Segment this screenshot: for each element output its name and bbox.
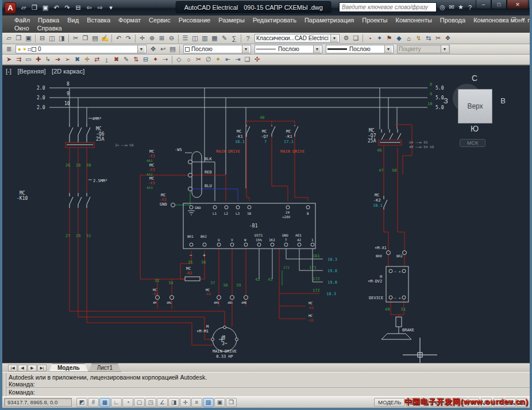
lineweight-dropdown[interactable]: Послою ▼ xyxy=(326,45,394,53)
open-icon[interactable]: ❒ xyxy=(14,34,24,43)
dropdown-arrow-icon[interactable]: ▼ xyxy=(330,34,338,42)
paste-icon[interactable]: ▤ xyxy=(90,34,100,43)
compass-south[interactable]: Ю xyxy=(445,124,504,133)
menu-wires[interactable]: Провода xyxy=(436,17,469,24)
tab-nav-icon[interactable]: ▶ xyxy=(28,365,37,372)
menu-components[interactable]: Компоненты xyxy=(391,17,435,24)
matchprops-icon[interactable]: ✍ xyxy=(100,34,110,43)
toggle-otrack[interactable]: ∠ xyxy=(157,398,168,407)
ace-gap-icon[interactable]: ∅ xyxy=(203,55,213,64)
app-logo-icon[interactable]: A xyxy=(5,2,16,14)
wire-blue[interactable] xyxy=(190,189,238,201)
dropdown-arrow-icon[interactable]: ▼ xyxy=(384,45,392,53)
properties-icon[interactable]: ☰ xyxy=(180,34,190,43)
ace-source-arrow-icon[interactable]: ➔ xyxy=(53,55,63,64)
ace-panel-icon[interactable]: ⌂ xyxy=(404,34,414,43)
crosshair-cursor[interactable] xyxy=(403,338,437,363)
make-layer-current-icon[interactable]: ✥ xyxy=(148,45,158,54)
ace-dest-arrow-icon[interactable]: ➢ xyxy=(63,55,72,64)
ic-communication-icon[interactable]: ✉ xyxy=(447,3,456,12)
workspace-save-icon[interactable]: ❏ xyxy=(351,34,361,43)
layer-on-icon[interactable]: ● xyxy=(18,47,21,52)
menu-modify[interactable]: Редактировать xyxy=(249,17,300,24)
compass-north[interactable]: С xyxy=(445,74,504,83)
qat-redo-icon[interactable]: ↷ xyxy=(62,3,72,13)
dropdown-arrow-icon[interactable]: ▼ xyxy=(137,45,145,53)
toggle-dynamic-ucs[interactable]: ◨ xyxy=(168,398,179,407)
ace-move-icon[interactable]: ✛ xyxy=(82,55,92,64)
ace-dwg-props-icon[interactable]: ❏ xyxy=(242,55,252,64)
ic-help-icon[interactable]: ? xyxy=(465,3,475,12)
workspace-settings-icon[interactable]: ⚙ xyxy=(341,34,351,43)
ace-multiple-bus-icon[interactable]: ⇉ xyxy=(14,55,24,64)
ace-retag-icon[interactable]: ⊟ xyxy=(141,55,151,64)
menu-projects[interactable]: Проекты xyxy=(358,17,391,24)
qat-menu-chevron-icon[interactable]: ▾ xyxy=(106,3,116,13)
tab-nav-icon[interactable]: |◀ xyxy=(8,365,17,372)
menu-insert[interactable]: Вставка xyxy=(83,17,114,24)
qat-undo-icon[interactable]: ↶ xyxy=(51,3,61,13)
menu-view[interactable]: Вид xyxy=(63,17,83,24)
view-compass[interactable]: Верх С Ю З В МСК xyxy=(445,75,504,147)
menu-file[interactable]: Файл xyxy=(10,17,34,24)
layer-previous-icon[interactable]: ↩ xyxy=(158,45,168,54)
infocenter-search-input[interactable] xyxy=(339,2,437,12)
qat-forward-icon[interactable]: ⇨ xyxy=(95,3,105,13)
close-button[interactable]: ✕ xyxy=(507,0,529,9)
ace-trim-wire-icon[interactable]: ✂ xyxy=(194,55,203,64)
toggle-dynamic-input[interactable]: ✛ xyxy=(180,398,191,407)
ace-leader-icon[interactable]: ↳ xyxy=(43,55,53,64)
undo-icon[interactable]: ↶ xyxy=(114,34,124,43)
help-icon[interactable]: ? xyxy=(243,34,253,43)
quickcalc-icon[interactable]: ∑ xyxy=(229,34,239,43)
model-space-button[interactable]: МОДЕЛЬ xyxy=(374,398,405,407)
menu-help[interactable]: Справка xyxy=(33,25,66,32)
menu-window[interactable]: Окно xyxy=(10,25,33,32)
ace-catalog-icon[interactable]: ◆ xyxy=(394,34,404,43)
command-window-grip[interactable] xyxy=(2,373,6,396)
menu-draw[interactable]: Рисование xyxy=(175,17,214,24)
terminal-circles[interactable] xyxy=(156,160,407,341)
ace-edit-icon[interactable]: ✎ xyxy=(121,55,131,64)
save-icon[interactable]: ▣ xyxy=(24,34,33,43)
toggle-grid[interactable]: ▦ xyxy=(99,398,110,407)
copy-icon[interactable]: ❐ xyxy=(80,34,90,43)
toggle-ortho[interactable]: ∟ xyxy=(111,398,122,407)
tab-layout1[interactable]: Лист1 xyxy=(88,363,121,372)
publish-icon[interactable]: ◨ xyxy=(57,34,67,43)
ace-toggle-no-nc-icon[interactable]: ⇅ xyxy=(131,55,141,64)
doc-close-icon[interactable]: ✕ xyxy=(519,17,527,22)
ace-next-dwg-icon[interactable]: ⇥ xyxy=(233,55,242,64)
qat-save-icon[interactable]: ▣ xyxy=(40,3,51,13)
ace-prev-dwg-icon[interactable]: ⇤ xyxy=(223,55,233,64)
minimize-button[interactable]: ‒ xyxy=(476,0,491,9)
layer-freeze-icon[interactable]: ☀ xyxy=(22,47,26,52)
ace-dot-icon[interactable]: ○ xyxy=(184,55,194,64)
designcenter-icon[interactable]: ◫ xyxy=(190,34,200,43)
ace-terminal-icon[interactable]: ◇ xyxy=(174,55,184,64)
ace-delete-component-icon[interactable]: ✖ xyxy=(111,55,121,64)
dropdown-arrow-icon[interactable]: ▼ xyxy=(242,45,249,53)
sheetset-icon[interactable]: ▦ xyxy=(210,34,219,43)
zoom-realtime-icon[interactable]: ⊕ xyxy=(147,34,157,43)
compass-top-face[interactable]: Верх xyxy=(458,89,492,123)
toggle-3dosnap[interactable]: ◳ xyxy=(145,398,156,407)
toolpalettes-icon[interactable]: ▥ xyxy=(200,34,210,43)
viewport-menu-control[interactable]: [-] xyxy=(6,68,11,75)
toggle-quick-properties[interactable]: ▣ xyxy=(214,398,225,407)
ace-insert-wire-icon[interactable]: ➤ xyxy=(4,55,14,64)
plot-icon[interactable]: ⊟ xyxy=(37,34,47,43)
zoom-previous-icon[interactable]: ⊖ xyxy=(167,34,176,43)
toggle-osnap[interactable]: ▢ xyxy=(134,398,145,407)
cut-icon[interactable]: ✂ xyxy=(71,34,80,43)
compass-east[interactable]: В xyxy=(500,96,506,105)
command-window[interactable]: Autodesk или в приложении, лицензированн… xyxy=(2,372,530,396)
markup-icon[interactable]: ✎ xyxy=(219,34,229,43)
toggle-snap[interactable]: # xyxy=(88,398,99,407)
layer-properties-icon[interactable]: ≣ xyxy=(4,45,14,54)
ace-ladder-icon[interactable]: ▭ xyxy=(24,55,33,64)
ace-stretch-icon[interactable]: ⇢ xyxy=(160,55,170,64)
viewport-visualstyle-control[interactable]: [2D каркас] xyxy=(52,68,84,75)
layer-lock-icon[interactable]: ◘ xyxy=(28,47,31,52)
ace-utilities-icon[interactable]: ❖ xyxy=(443,34,453,43)
